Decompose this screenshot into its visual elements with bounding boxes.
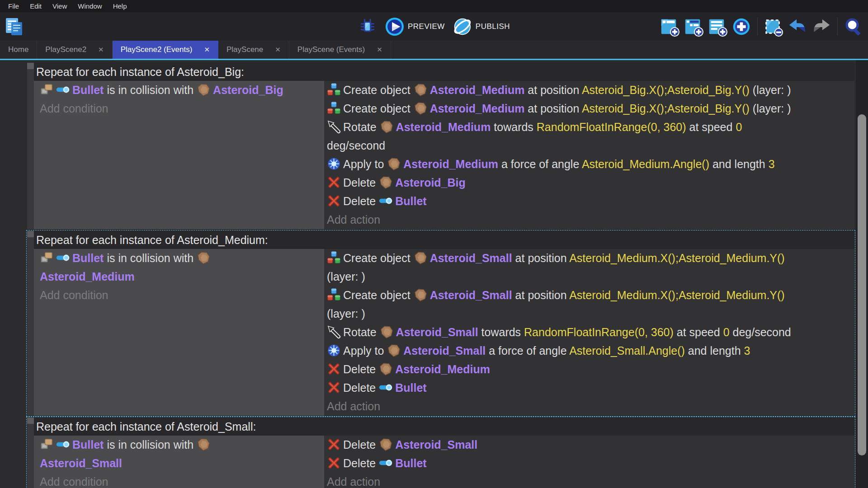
add-subevent-button[interactable]: [684, 17, 703, 37]
scrollbar-thumb[interactable]: [858, 114, 866, 455]
text: at position: [524, 84, 581, 96]
expression: Asteroid_Big.X();Asteroid_Big.Y(): [582, 84, 750, 96]
menu-edit[interactable]: Edit: [24, 2, 47, 10]
add-action-button[interactable]: Add action: [327, 211, 854, 229]
text: deg/second: [327, 139, 385, 152]
expression: 0: [723, 326, 730, 338]
asteroid-icon: [379, 362, 393, 376]
action-entry[interactable]: Delete Asteroid_Big: [327, 174, 854, 192]
conditions-column: Bullet is in collision with Asteroid_Sma…: [34, 436, 324, 488]
event-header[interactable]: Repeat for each instance of Asteroid_Big…: [34, 63, 854, 81]
object-name: Asteroid_Small: [40, 457, 122, 469]
conditions-column: Bullet is in collision with Asteroid_Big…: [34, 81, 324, 229]
tab-playscene-events-[interactable]: PlayScene (Events)✕: [289, 41, 391, 59]
preview-button[interactable]: PREVIEW: [385, 17, 445, 36]
search-button[interactable]: [844, 17, 863, 37]
action-line: (layer: ): [327, 305, 854, 323]
close-tab-icon[interactable]: ✕: [377, 46, 382, 54]
add-new-button[interactable]: [731, 17, 751, 37]
event-block-2[interactable]: Repeat for each instance of Asteroid_Med…: [27, 231, 854, 416]
add-comment-button[interactable]: [708, 17, 727, 37]
action-entry[interactable]: Create object Asteroid_Small at position…: [327, 286, 854, 323]
event-main: Repeat for each instance of Asteroid_Sma…: [34, 418, 854, 488]
menu-view[interactable]: View: [47, 2, 72, 10]
tab-playscene2[interactable]: PlayScene2✕: [37, 41, 112, 59]
add-action-button[interactable]: Add action: [327, 473, 854, 488]
object-name: Asteroid_Big: [213, 84, 283, 96]
tab-playscene[interactable]: PlayScene✕: [218, 41, 289, 59]
redo-button[interactable]: [811, 17, 831, 37]
expression: Asteroid_Medium.Angle(): [582, 158, 709, 170]
event-drag-handle[interactable]: [27, 231, 34, 416]
text: (layer: ): [750, 102, 791, 115]
text: Create object: [343, 84, 414, 96]
menu-window[interactable]: Window: [72, 2, 107, 10]
action-line: Rotate Asteroid_Medium towards RandomFlo…: [327, 118, 854, 136]
close-tab-icon[interactable]: ✕: [98, 46, 104, 54]
event-block-3[interactable]: Repeat for each instance of Asteroid_Sma…: [27, 418, 854, 488]
event-header[interactable]: Repeat for each instance of Asteroid_Med…: [34, 231, 854, 249]
close-tab-icon[interactable]: ✕: [275, 46, 281, 54]
condition-entry[interactable]: Bullet is in collision with Asteroid_Sma…: [40, 436, 324, 473]
deselect-button[interactable]: [764, 17, 783, 37]
text: (layer: ): [750, 84, 791, 96]
action-entry[interactable]: Apply to Asteroid_Medium a force of angl…: [327, 155, 854, 174]
bullet-icon: [56, 83, 70, 97]
gdevelop-logo-icon: [4, 16, 24, 37]
create-object-icon: [327, 83, 341, 97]
object-name: Asteroid_Small: [395, 438, 477, 451]
add-event-button[interactable]: [660, 17, 679, 37]
events-list: Repeat for each instance of Asteroid_Big…: [0, 60, 868, 488]
action-entry[interactable]: Delete Bullet: [327, 192, 854, 211]
object-name: Asteroid_Medium: [396, 121, 491, 133]
preview-play-icon: [385, 17, 404, 36]
action-entry[interactable]: Delete Asteroid_Medium: [327, 360, 854, 379]
text: a force of angle: [498, 158, 582, 170]
delete-icon: [327, 362, 341, 376]
action-entry[interactable]: Rotate Asteroid_Small towards RandomFloa…: [327, 323, 854, 342]
tab-playscene2-events-[interactable]: PlayScene2 (Events)✕: [113, 41, 218, 59]
action-entry[interactable]: Create object Asteroid_Medium at positio…: [327, 99, 854, 118]
add-condition-button[interactable]: Add condition: [40, 286, 324, 305]
debug-button[interactable]: [358, 17, 377, 36]
action-entry[interactable]: Delete Bullet: [327, 454, 854, 473]
add-condition-button[interactable]: Add condition: [40, 473, 324, 488]
action-entry[interactable]: Rotate Asteroid_Medium towards RandomFlo…: [327, 118, 854, 155]
event-body: Bullet is in collision with Asteroid_Med…: [34, 249, 854, 416]
add-action-button[interactable]: Add action: [327, 397, 854, 416]
action-line: Delete Asteroid_Big: [327, 174, 854, 192]
bullet-icon: [379, 380, 393, 394]
delete-icon: [327, 194, 341, 208]
event-drag-handle[interactable]: [27, 63, 34, 229]
text: and length: [709, 158, 769, 170]
text: Delete: [343, 195, 379, 207]
event-main: Repeat for each instance of Asteroid_Med…: [34, 231, 854, 416]
action-line: Apply to Asteroid_Medium a force of angl…: [327, 155, 854, 174]
tab-home[interactable]: Home: [0, 41, 37, 59]
menu-file[interactable]: File: [3, 2, 24, 10]
event-drag-handle[interactable]: [27, 418, 34, 488]
condition-entry[interactable]: Bullet is in collision with Asteroid_Med…: [40, 249, 324, 286]
add-subevent-icon: [684, 17, 703, 37]
event-block-1[interactable]: Repeat for each instance of Asteroid_Big…: [27, 63, 854, 229]
vertical-scrollbar[interactable]: [856, 60, 868, 488]
toolbar-right: [660, 12, 863, 41]
action-entry[interactable]: Apply to Asteroid_Small a force of angle…: [327, 342, 854, 360]
action-entry[interactable]: Delete Asteroid_Small: [327, 436, 854, 454]
action-entry[interactable]: Create object Asteroid_Small at position…: [327, 249, 854, 286]
close-tab-icon[interactable]: ✕: [204, 46, 210, 54]
publish-label: PUBLISH: [476, 22, 510, 31]
action-entry[interactable]: Delete Bullet: [327, 379, 854, 397]
action-entry[interactable]: Create object Asteroid_Medium at positio…: [327, 81, 854, 99]
search-icon: [844, 17, 863, 37]
asteroid-icon: [414, 101, 428, 115]
asteroid-icon: [414, 251, 428, 265]
menu-help[interactable]: Help: [108, 2, 132, 10]
gdevelop-app: FileEditViewWindowHelp PREVIEW PUBLISH H…: [0, 0, 868, 488]
event-header[interactable]: Repeat for each instance of Asteroid_Sma…: [34, 418, 854, 436]
add-condition-button[interactable]: Add condition: [40, 99, 324, 118]
undo-button[interactable]: [788, 17, 807, 37]
publish-button[interactable]: PUBLISH: [453, 17, 510, 36]
object-name: Asteroid_Medium: [430, 102, 525, 115]
condition-entry[interactable]: Bullet is in collision with Asteroid_Big: [40, 81, 324, 99]
